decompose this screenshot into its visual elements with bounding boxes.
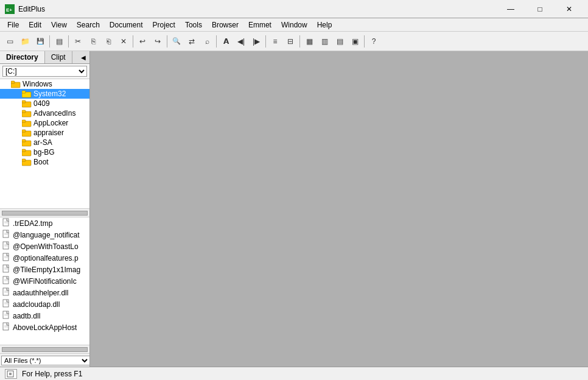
filter-select[interactable]: All Files (*.*)Text Files (*.txt)HTML Fi… (1, 356, 90, 365)
panel-tab-directory[interactable]: Directory (0, 51, 45, 63)
panel-tab-arrow[interactable]: ◀ (77, 52, 89, 63)
folder-icon (11, 80, 21, 88)
menu-item-view[interactable]: View (46, 19, 72, 30)
menu-item-emmet[interactable]: Emmet (243, 19, 276, 30)
toolbar-find-button[interactable]: 🔍 (169, 34, 184, 49)
tree-folder-item[interactable]: ar-SA (0, 138, 89, 147)
menu-item-file[interactable]: File (2, 19, 24, 30)
tree-folder-item[interactable]: bg-BG (0, 147, 89, 157)
file-icon (2, 276, 11, 286)
toolbar-open-button[interactable]: 📁 (18, 34, 32, 49)
folder-icon (22, 148, 32, 157)
menu-item-project[interactable]: Project (148, 19, 180, 30)
tree-scrollbar-x (0, 208, 89, 217)
toolbar-redo-button[interactable]: ↪ (150, 34, 165, 49)
folder-icon (22, 158, 32, 166)
panel-tab-clipt[interactable]: Clipt (45, 51, 72, 63)
menu-item-tools[interactable]: Tools (180, 19, 207, 30)
toolbar-toggle-line-button[interactable]: ≡ (268, 34, 282, 49)
toolbar-cut-button[interactable]: ✂ (71, 34, 85, 49)
svg-rect-11 (22, 120, 26, 122)
svg-rect-13 (22, 130, 26, 132)
new-file-button[interactable] (5, 369, 17, 379)
file-list-item[interactable]: @optionalfeatures.p (0, 252, 89, 264)
menu-item-edit[interactable]: Edit (24, 19, 46, 30)
toolbar-view-proj-button[interactable]: ▣ (348, 34, 362, 49)
tree-folder-item[interactable]: 0409 (0, 99, 89, 108)
status-bar: For Help, press F1 (0, 367, 588, 380)
close-button[interactable]: ✕ (555, 1, 583, 18)
toolbar-separator (364, 35, 365, 47)
file-list-item[interactable]: AboveLockAppHost (0, 322, 89, 333)
toolbar-paste-button[interactable]: ⎗ (101, 34, 116, 49)
file-list-item[interactable]: aadauthhelper.dll (0, 287, 89, 298)
file-icon (2, 218, 11, 228)
toolbar-delete-button[interactable]: ✕ (116, 34, 131, 49)
tree-item-label: ar-SA (33, 138, 52, 147)
menu-item-search[interactable]: Search (72, 19, 105, 30)
toolbar-undo-button[interactable]: ↩ (135, 34, 150, 49)
toolbar-findfile-button[interactable]: ⌕ (200, 34, 214, 49)
drive-select[interactable]: [C:][D:][E:] (2, 66, 87, 77)
toolbar-format-a-button[interactable]: 𝗔 (219, 34, 233, 49)
file-item-label: @TileEmpty1x1Imag (13, 266, 80, 274)
tree-folder-item[interactable]: Boot (0, 157, 89, 167)
toolbar-help-btn-button[interactable]: ? (366, 34, 381, 49)
menu-item-document[interactable]: Document (105, 19, 148, 30)
tree-item-label: 0409 (33, 99, 50, 108)
toolbar-toggle-col-button[interactable]: ⊟ (283, 34, 298, 49)
svg-text:E+: E+ (6, 7, 12, 13)
panel-tabs: DirectoryClipt◀ (0, 51, 89, 64)
toolbar-save-button[interactable]: 💾 (33, 34, 47, 49)
tree-folder-item[interactable]: AppLocker (0, 118, 89, 128)
file-list-item[interactable]: aadcloudap.dll (0, 298, 89, 310)
toolbar-copy-button[interactable]: ⎘ (86, 34, 100, 49)
toolbar-separator (216, 35, 217, 47)
left-panel: DirectoryClipt◀ [C:][D:][E:] Windows Sys… (0, 51, 90, 367)
menu-item-window[interactable]: Window (276, 19, 312, 30)
svg-rect-15 (22, 139, 26, 142)
file-list-item[interactable]: aadtb.dll (0, 310, 89, 322)
file-icon (2, 253, 11, 263)
folder-icon (22, 138, 32, 147)
menu-item-help[interactable]: Help (312, 19, 337, 30)
toolbar-next-mark-button[interactable]: |▶ (249, 34, 264, 49)
tree-item-label: appraiser (33, 128, 64, 137)
folder-icon (22, 90, 32, 98)
toolbar-prev-mark-button[interactable]: ◀| (234, 34, 248, 49)
window-controls: — □ ✕ (497, 1, 583, 18)
file-list-item[interactable]: @OpenWithToastLo (0, 241, 89, 252)
file-list-item[interactable]: .trEDA2.tmp (0, 217, 89, 229)
file-tree[interactable]: Windows System32 0409 AdvancedIns AppLoc… (0, 79, 89, 208)
file-icon (2, 264, 11, 275)
tree-folder-item[interactable]: Windows (0, 79, 89, 89)
svg-rect-3 (11, 81, 15, 83)
toolbar-print-button[interactable]: ▤ (52, 34, 66, 49)
file-list[interactable]: .trEDA2.tmp @language_notificat @OpenWit… (0, 217, 89, 345)
menu-item-browser[interactable]: Browser (207, 19, 243, 30)
svg-rect-19 (22, 159, 26, 161)
file-list-item[interactable]: @TileEmpty1x1Imag (0, 264, 89, 275)
file-list-item[interactable]: @language_notificat (0, 229, 89, 241)
file-icon (2, 299, 11, 309)
main-area: DirectoryClipt◀ [C:][D:][E:] Windows Sys… (0, 51, 588, 367)
folder-icon (22, 119, 32, 127)
file-list-item[interactable]: @WiFiNotificationIc (0, 275, 89, 287)
tree-folder-item[interactable]: appraiser (0, 128, 89, 138)
toolbar-view-clip-button[interactable]: ▥ (317, 34, 332, 49)
file-item-label: @language_notificat (13, 231, 80, 239)
drive-selector: [C:][D:][E:] (0, 64, 89, 79)
minimize-button[interactable]: — (497, 1, 525, 18)
toolbar-replace-button[interactable]: ⇄ (184, 34, 199, 49)
svg-rect-9 (22, 110, 26, 113)
file-item-label: aadtb.dll (13, 312, 40, 320)
file-item-label: .trEDA2.tmp (13, 219, 52, 228)
svg-rect-50 (7, 371, 13, 377)
toolbar-new-button[interactable]: ▭ (2, 34, 17, 49)
toolbar-view-out-button[interactable]: ▤ (332, 34, 347, 49)
maximize-button[interactable]: □ (526, 1, 554, 18)
toolbar-view-dir-button[interactable]: ▦ (302, 34, 317, 49)
tree-folder-item[interactable]: System32 (0, 89, 89, 99)
tree-folder-item[interactable]: AdvancedIns (0, 108, 89, 118)
svg-rect-7 (22, 100, 26, 103)
